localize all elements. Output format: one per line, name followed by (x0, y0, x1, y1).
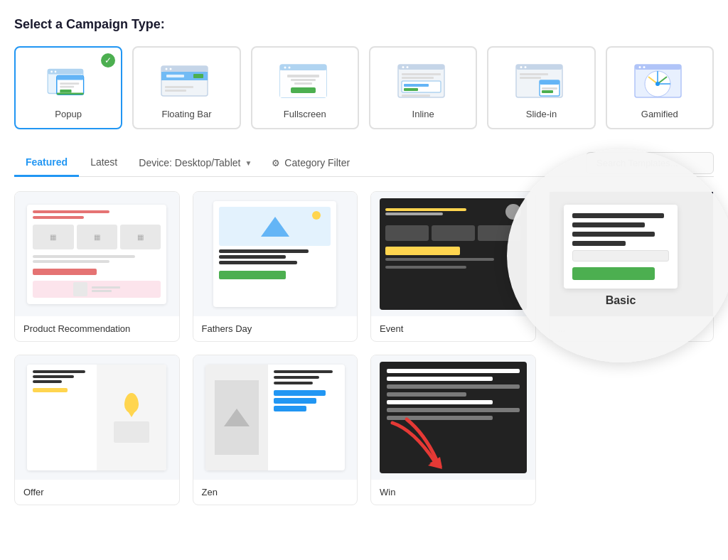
svg-point-41 (525, 66, 527, 68)
floating-bar-icon (158, 59, 215, 102)
svg-rect-25 (291, 79, 316, 81)
template-preview-offer (15, 355, 179, 480)
inline-icon (395, 59, 451, 102)
campaign-type-floating-bar-label: Floating Bar (161, 109, 211, 119)
campaign-type-floating-bar[interactable]: Floating Bar (132, 46, 240, 129)
svg-rect-36 (404, 88, 418, 91)
campaign-type-selector: ✓ Popup (14, 46, 714, 129)
chevron-down-icon: ▼ (245, 159, 252, 167)
svg-point-3 (55, 70, 57, 72)
svg-rect-5 (57, 75, 84, 80)
svg-point-51 (643, 66, 645, 68)
svg-point-30 (402, 66, 405, 68)
template-win[interactable]: Win (370, 355, 536, 505)
template-name-zen: Zen (193, 480, 358, 505)
svg-rect-35 (404, 84, 429, 87)
svg-rect-9 (57, 92, 84, 95)
device-filter-button[interactable]: Device: Desktop/Tablet ▼ (129, 151, 262, 174)
svg-rect-42 (520, 73, 548, 75)
template-preview-win (371, 355, 535, 480)
svg-rect-15 (166, 75, 184, 77)
svg-rect-17 (165, 86, 193, 88)
svg-rect-6 (60, 82, 79, 85)
template-col4-partial[interactable]: ... Basic (549, 191, 714, 342)
svg-rect-29 (398, 65, 444, 70)
svg-rect-45 (540, 80, 560, 85)
tab-featured[interactable]: Featured (14, 149, 79, 177)
gear-icon: ⚙ (272, 158, 280, 168)
zoom-overlay: Basic (507, 149, 728, 362)
svg-point-12 (166, 68, 168, 70)
svg-rect-7 (60, 85, 74, 87)
page-title: Select a Campaign Type: (14, 17, 714, 32)
campaign-type-slide-in[interactable]: Slide-in (487, 46, 595, 129)
template-name-offer: Offer (15, 480, 179, 505)
campaign-type-inline[interactable]: Inline (369, 46, 477, 129)
svg-rect-11 (161, 66, 208, 72)
svg-rect-49 (635, 65, 681, 70)
slide-in-icon (513, 59, 569, 102)
campaign-type-fullscreen[interactable]: Fullscreen (251, 46, 359, 129)
template-preview-zen (193, 355, 358, 480)
svg-point-31 (407, 66, 409, 68)
svg-rect-8 (60, 90, 71, 93)
template-fathers-day[interactable]: Fathers Day (193, 191, 358, 342)
fullscreen-icon (277, 59, 333, 102)
category-filter-button[interactable]: ⚙ Category Filter (262, 151, 360, 174)
page-container: Select a Campaign Type: ✓ (0, 0, 728, 522)
svg-rect-33 (402, 77, 434, 79)
svg-rect-27 (291, 87, 316, 93)
campaign-type-popup[interactable]: ✓ Popup (14, 46, 122, 129)
svg-rect-1 (48, 69, 83, 74)
template-grid: ▦ ▦ ▦ (14, 191, 714, 505)
svg-point-13 (170, 68, 172, 70)
svg-rect-39 (516, 65, 562, 70)
svg-point-2 (50, 70, 53, 72)
svg-rect-46 (542, 87, 557, 90)
svg-rect-20 (280, 65, 326, 70)
tab-latest[interactable]: Latest (79, 149, 129, 177)
svg-rect-47 (542, 90, 553, 93)
campaign-type-inline-label: Inline (412, 109, 434, 119)
svg-point-53 (655, 82, 660, 86)
zoom-template-label: Basic (606, 294, 636, 307)
svg-rect-18 (165, 90, 186, 92)
svg-rect-43 (520, 77, 541, 79)
svg-point-40 (520, 66, 523, 68)
campaign-type-gamified[interactable]: Gamified (606, 46, 714, 129)
svg-rect-32 (402, 73, 441, 75)
svg-point-22 (288, 67, 290, 69)
template-preview-fathers (193, 192, 358, 316)
svg-rect-16 (193, 74, 203, 78)
campaign-type-popup-label: Popup (55, 109, 82, 119)
campaign-type-gamified-label: Gamified (641, 109, 678, 119)
template-product-recommendation[interactable]: ▦ ▦ ▦ (14, 191, 180, 342)
campaign-type-slide-in-label: Slide-in (526, 109, 557, 119)
template-offer[interactable]: Offer (14, 355, 180, 505)
template-name-product-recommendation: Product Recommendation (15, 316, 179, 341)
svg-point-21 (284, 67, 286, 69)
svg-point-50 (638, 66, 641, 68)
svg-rect-37 (402, 95, 430, 97)
template-name-fathers-day: Fathers Day (193, 316, 358, 341)
template-preview-product: ▦ ▦ ▦ (15, 192, 179, 316)
campaign-type-fullscreen-label: Fullscreen (284, 109, 326, 119)
popup-icon (40, 59, 97, 102)
zoom-basic-preview (564, 205, 678, 289)
svg-rect-24 (287, 75, 319, 77)
template-name-win: Win (371, 480, 535, 505)
template-name-event: Event (371, 316, 535, 341)
selected-check-icon: ✓ (101, 53, 115, 68)
template-zen[interactable]: Zen (193, 355, 358, 505)
gamified-icon (631, 59, 688, 102)
svg-rect-26 (294, 82, 312, 85)
